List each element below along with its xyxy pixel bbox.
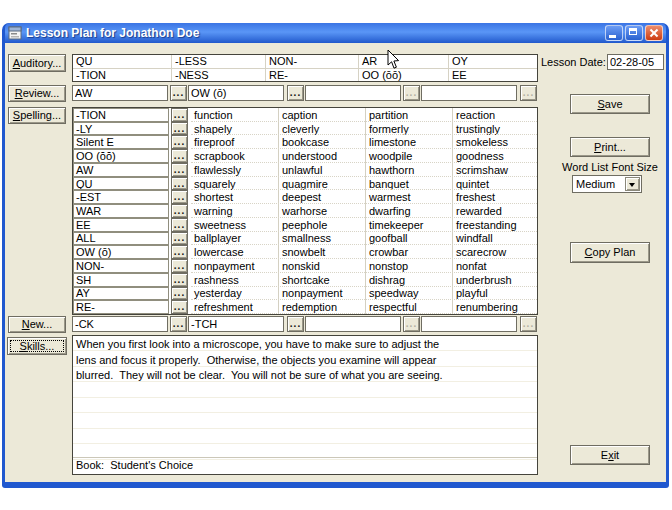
pattern-field[interactable]: OW (ō) bbox=[73, 245, 169, 259]
review-browse-button-4: ... bbox=[520, 85, 537, 101]
sound-pattern-cell: QU bbox=[73, 55, 171, 68]
sound-pattern-cell: NON- bbox=[265, 55, 358, 68]
pattern-browse-button[interactable]: ... bbox=[171, 300, 188, 314]
word-cell: playful bbox=[452, 287, 539, 301]
print-button[interactable]: Print... bbox=[570, 137, 650, 157]
pattern-field[interactable]: WAR bbox=[73, 204, 169, 218]
pattern-browse-button[interactable]: ... bbox=[171, 218, 188, 232]
auditory-button[interactable]: Auditory... bbox=[8, 54, 66, 72]
new-browse-button-1[interactable]: ... bbox=[170, 316, 187, 332]
review-button[interactable]: Review... bbox=[8, 85, 66, 102]
lesson-plan-window: Lesson Plan for Jonathon Doe Auditory...… bbox=[2, 23, 669, 488]
word-cell: goofball bbox=[365, 232, 452, 246]
save-button[interactable]: Save bbox=[570, 94, 650, 114]
pattern-browse-button[interactable]: ... bbox=[171, 108, 188, 122]
new-button-label: New... bbox=[22, 318, 53, 330]
word-table: -TION...functioncaptionpartitionreaction… bbox=[72, 107, 538, 315]
word-cell: shortcake bbox=[278, 273, 365, 287]
new-field-2[interactable] bbox=[188, 316, 284, 332]
chevron-down-icon[interactable] bbox=[625, 177, 640, 191]
word-cell: redemption bbox=[278, 300, 365, 314]
pattern-field[interactable]: -TION bbox=[73, 108, 169, 122]
pattern-browse-button[interactable]: ... bbox=[171, 190, 188, 204]
font-size-dropdown[interactable]: Medium bbox=[572, 175, 642, 193]
new-field-3[interactable] bbox=[305, 316, 401, 332]
word-table-row: OW (ō)...lowercasesnowbeltcrowbarscarecr… bbox=[73, 245, 537, 259]
review-browse-button-2[interactable]: ... bbox=[287, 85, 304, 101]
font-size-value: Medium bbox=[576, 177, 615, 192]
new-browse-button-3: ... bbox=[403, 316, 420, 332]
pattern-browse-button[interactable]: ... bbox=[171, 149, 188, 163]
pattern-browse-button[interactable]: ... bbox=[171, 259, 188, 273]
new-browse-button-2[interactable]: ... bbox=[287, 316, 304, 332]
skills-button[interactable]: Skills... bbox=[7, 337, 67, 355]
print-button-label: Print... bbox=[594, 141, 626, 153]
review-browse-button-1[interactable]: ... bbox=[170, 85, 187, 101]
review-field-2[interactable] bbox=[188, 85, 284, 101]
sound-pattern-cell: -TION bbox=[73, 68, 171, 81]
pattern-field[interactable]: -EST bbox=[73, 190, 169, 204]
pattern-browse-button[interactable]: ... bbox=[171, 135, 188, 149]
minimize-button[interactable] bbox=[605, 25, 623, 41]
pattern-field[interactable]: AW bbox=[73, 163, 169, 177]
word-table-row: -LY...shapelycleverlyformerlytrustingly bbox=[73, 122, 537, 136]
word-cell: windfall bbox=[452, 232, 539, 246]
word-table-row: Silent E...fireproofbookcaselimestonesmo… bbox=[73, 135, 537, 149]
review-field-3[interactable] bbox=[305, 85, 401, 101]
new-field-1[interactable] bbox=[72, 316, 168, 332]
word-cell: function bbox=[191, 108, 278, 122]
pattern-browse-button[interactable]: ... bbox=[171, 245, 188, 259]
pattern-browse-button[interactable]: ... bbox=[171, 177, 188, 191]
copy-plan-button-label: Copy Plan bbox=[585, 246, 636, 258]
pattern-field[interactable]: RE- bbox=[73, 300, 169, 314]
word-cell: flawlessly bbox=[191, 163, 278, 177]
spelling-button[interactable]: Spelling... bbox=[8, 107, 66, 124]
exit-button[interactable]: Exit bbox=[570, 445, 650, 465]
word-cell: understood bbox=[278, 149, 365, 163]
review-browse-button-3: ... bbox=[403, 85, 420, 101]
word-table-row: NON-...nonpaymentnonskidnonstopnonfat bbox=[73, 259, 537, 273]
review-field-1[interactable] bbox=[72, 85, 168, 101]
pattern-browse-button[interactable]: ... bbox=[171, 204, 188, 218]
sound-pattern-cell: RE- bbox=[265, 68, 358, 81]
new-button[interactable]: New... bbox=[8, 316, 66, 333]
pattern-browse-button[interactable]: ... bbox=[171, 122, 188, 136]
word-cell: rashness bbox=[191, 273, 278, 287]
titlebar[interactable]: Lesson Plan for Jonathon Doe bbox=[5, 23, 666, 43]
pattern-field[interactable]: ALL bbox=[73, 232, 169, 246]
pattern-browse-button[interactable]: ... bbox=[171, 273, 188, 287]
lesson-date-field[interactable] bbox=[607, 54, 664, 70]
pattern-field[interactable]: Silent E bbox=[73, 135, 169, 149]
pattern-field[interactable]: EE bbox=[73, 218, 169, 232]
review-field-4[interactable] bbox=[421, 85, 517, 101]
word-cell: nonfat bbox=[452, 259, 539, 273]
pattern-field[interactable]: SH bbox=[73, 273, 169, 287]
pattern-field[interactable]: NON- bbox=[73, 259, 169, 273]
pattern-browse-button[interactable]: ... bbox=[171, 287, 188, 301]
word-cell: nonpayment bbox=[278, 287, 365, 301]
word-table-row: EE...sweetnesspeepholetimekeeperfreestan… bbox=[73, 218, 537, 232]
new-field-4[interactable] bbox=[421, 316, 517, 332]
word-cell: shapely bbox=[191, 122, 278, 136]
word-table-row: AY...yesterdaynonpaymentspeedwayplayful bbox=[73, 287, 537, 301]
sound-pattern-cell: AR bbox=[358, 55, 448, 68]
pattern-browse-button[interactable]: ... bbox=[171, 232, 188, 246]
word-cell: ballplayer bbox=[191, 232, 278, 246]
pattern-field[interactable]: AY bbox=[73, 287, 169, 301]
maximize-button[interactable] bbox=[625, 25, 643, 41]
word-table-row: QU...squarelyquagmirebanquetquintet bbox=[73, 177, 537, 191]
pattern-browse-button[interactable]: ... bbox=[171, 163, 188, 177]
word-cell: warning bbox=[191, 204, 278, 218]
new-row: ............ bbox=[72, 316, 538, 332]
skills-text-area[interactable]: When you first look into a microscope, y… bbox=[72, 335, 538, 475]
skills-text: When you first look into a microscope, y… bbox=[73, 336, 537, 385]
pattern-field[interactable]: QU bbox=[73, 177, 169, 191]
pattern-field[interactable]: OO (ŏŏ) bbox=[73, 149, 169, 163]
copy-plan-button[interactable]: Copy Plan bbox=[570, 242, 650, 263]
close-button[interactable] bbox=[645, 25, 663, 41]
word-cell: hawthorn bbox=[365, 163, 452, 177]
sound-pattern-cell: OO (ōō) bbox=[358, 68, 448, 81]
pattern-field[interactable]: -LY bbox=[73, 122, 169, 136]
word-cell: warhorse bbox=[278, 204, 365, 218]
auditory-button-label: Auditory... bbox=[13, 57, 62, 69]
